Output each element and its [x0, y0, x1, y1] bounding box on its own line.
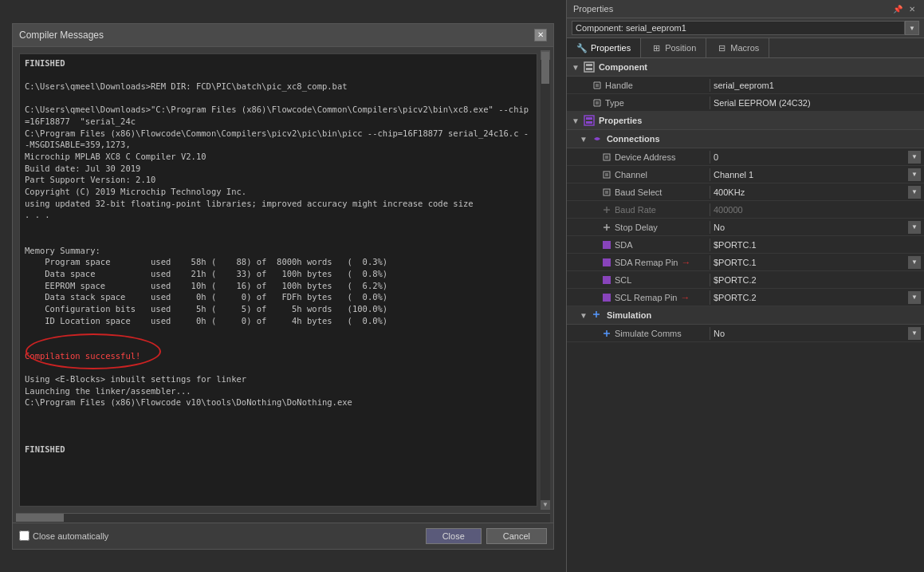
- stop-delay-dropdown[interactable]: ▼: [908, 221, 921, 234]
- component-dropdown-button[interactable]: ▼: [905, 21, 919, 35]
- tab-macros[interactable]: ⊟ Macros: [706, 38, 769, 57]
- properties-section-toggle[interactable]: ▼: [572, 116, 580, 125]
- macros-icon: ⊟: [716, 42, 727, 53]
- dialog-footer-right: Close Cancel: [426, 528, 547, 544]
- type-value-text: Serial EEPROM (24C32): [714, 98, 811, 108]
- handle-value: serial_eeprom1: [710, 79, 924, 92]
- pin-icon[interactable]: 📌: [892, 3, 903, 14]
- cancel-button[interactable]: Cancel: [486, 528, 547, 544]
- handle-icon: [592, 81, 602, 90]
- simulation-label: Simulation: [607, 310, 651, 320]
- tab-macros-label: Macros: [730, 43, 759, 53]
- scl-label: SCL: [567, 274, 710, 286]
- sda-remap-dropdown[interactable]: ▼: [908, 256, 921, 269]
- baud-select-row: Baud Select 400KHz ▼: [567, 183, 924, 201]
- svg-rect-9: [603, 241, 611, 249]
- svg-rect-3: [584, 116, 594, 125]
- baud-select-icon: [602, 187, 611, 197]
- compiler-dialog: Compiler Messages ✕ FINISHED C:\Users\qm…: [12, 23, 554, 550]
- close-auto-checkbox[interactable]: [19, 531, 29, 541]
- vertical-scrollbar[interactable]: ▲ ▼: [541, 50, 550, 510]
- horizontal-scrollbar[interactable]: [16, 513, 550, 523]
- connections-subsection-header: ▼ Connections: [567, 130, 924, 148]
- channel-value: Channel 1: [714, 170, 753, 179]
- scl-value: $PORTC.2: [714, 275, 757, 285]
- svg-rect-4: [586, 117, 592, 120]
- channel-dropdown[interactable]: ▼: [908, 168, 921, 181]
- properties-panel-title: Properties: [573, 4, 613, 14]
- simulate-comms-dropdown[interactable]: ▼: [908, 327, 921, 340]
- handle-label-text: Handle: [605, 81, 633, 90]
- scroll-down-arrow[interactable]: ▼: [541, 500, 550, 510]
- component-selector: Component: serial_eeprom1 ▼: [567, 18, 924, 38]
- sda-remap-label: SDA Remap Pin →: [567, 255, 710, 270]
- svg-rect-5: [586, 121, 592, 124]
- sda-label: SDA: [567, 239, 710, 251]
- dialog-titlebar: Compiler Messages ✕: [13, 24, 553, 47]
- close-panel-icon[interactable]: ✕: [906, 3, 918, 14]
- scl-remap-dropdown[interactable]: ▼: [908, 291, 921, 304]
- sda-value: $PORTC.1: [714, 240, 757, 250]
- finished-text-top: FINISHED: [25, 58, 65, 68]
- stop-delay-value: No: [714, 223, 725, 232]
- compilation-success-text: Compilation successful!: [25, 351, 140, 361]
- baud-rate-label: Baud Rate: [567, 203, 710, 216]
- simulation-subsection-header: ▼ Simulation: [567, 306, 924, 325]
- sda-remap-value-cell: $PORTC.1 ▼: [710, 254, 924, 270]
- connections-icon: [591, 132, 604, 145]
- simulation-toggle[interactable]: ▼: [580, 311, 588, 320]
- channel-icon: [602, 170, 611, 179]
- type-label: Type: [567, 97, 710, 109]
- tab-position[interactable]: ⊞ Position: [641, 38, 706, 57]
- device-address-dropdown[interactable]: ▼: [908, 151, 921, 164]
- close-button[interactable]: Close: [426, 528, 482, 544]
- wrench-icon: 🔧: [576, 42, 588, 53]
- type-value: Serial EEPROM (24C32): [710, 97, 924, 109]
- svg-rect-2: [586, 68, 592, 70]
- sda-remap-label-text: SDA Remap Pin: [615, 258, 678, 267]
- component-section-toggle[interactable]: ▼: [572, 63, 580, 72]
- tab-properties-label: Properties: [591, 43, 631, 53]
- baud-rate-label-text: Baud Rate: [615, 205, 656, 215]
- scrollbar-thumb[interactable]: [541, 52, 549, 84]
- scl-remap-label: SCL Remap Pin →: [567, 290, 710, 305]
- scl-remap-value: $PORTC.2: [714, 293, 757, 302]
- stop-delay-label: Stop Delay: [567, 221, 710, 234]
- finished-text-bottom: FINISHED: [25, 444, 65, 454]
- sda-remap-value: $PORTC.1: [714, 258, 757, 267]
- stop-delay-label-text: Stop Delay: [615, 223, 658, 232]
- scrollbar-thumb-h[interactable]: [16, 514, 64, 522]
- scl-remap-label-text: SCL Remap Pin: [615, 293, 677, 302]
- simulate-comms-label: Simulate Comms: [567, 327, 710, 340]
- channel-label: Channel: [567, 168, 710, 181]
- baud-select-value-cell: 400KHz ▼: [710, 184, 924, 200]
- baud-select-dropdown[interactable]: ▼: [908, 186, 921, 199]
- svg-rect-11: [603, 276, 611, 284]
- close-auto-checkbox-label[interactable]: Close automatically: [19, 531, 108, 541]
- simulate-comms-row: Simulate Comms No ▼: [567, 325, 924, 342]
- svg-rect-1: [586, 64, 592, 66]
- scl-pin-icon: [602, 275, 611, 285]
- compiler-output[interactable]: FINISHED C:\Users\qmeel\Downloads>REM DI…: [19, 53, 537, 507]
- stop-delay-row: Stop Delay No ▼: [567, 219, 924, 236]
- component-section-header: ▼ Component: [567, 58, 924, 77]
- baud-rate-row: Baud Rate 400000: [567, 201, 924, 219]
- dialog-close-button[interactable]: ✕: [534, 29, 547, 41]
- simulate-comms-value-cell: No ▼: [710, 325, 924, 341]
- svg-rect-0: [584, 62, 594, 72]
- svg-rect-6: [604, 154, 610, 160]
- baud-select-label: Baud Select: [567, 186, 710, 199]
- svg-rect-10: [603, 258, 611, 266]
- handle-value-text: serial_eeprom1: [714, 81, 774, 90]
- simulation-icon: [591, 309, 604, 322]
- baud-select-label-text: Baud Select: [615, 187, 662, 197]
- baud-rate-value-cell: 400000: [710, 203, 924, 216]
- baud-rate-value: 400000: [714, 205, 743, 215]
- tab-properties[interactable]: 🔧 Properties: [567, 38, 641, 57]
- channel-label-text: Channel: [615, 170, 647, 179]
- properties-header: Properties 📌 ✕: [567, 0, 924, 18]
- right-panel: Properties 📌 ✕ Component: serial_eeprom1…: [566, 0, 924, 572]
- connections-toggle[interactable]: ▼: [580, 135, 588, 144]
- connections-label: Connections: [607, 134, 660, 144]
- type-row: Type Serial EEPROM (24C32): [567, 94, 924, 112]
